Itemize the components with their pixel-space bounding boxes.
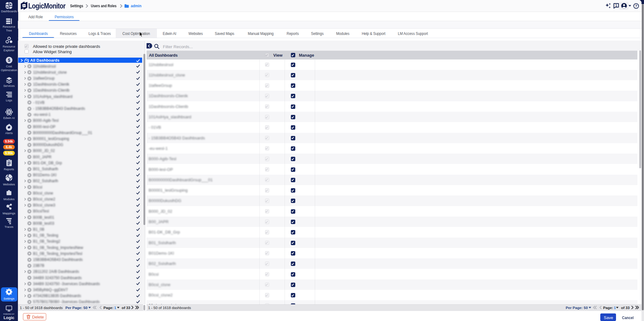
svg-text:1: 1 — [615, 4, 617, 7]
svg-text:$: $ — [8, 58, 10, 63]
svg-text:?: ? — [635, 4, 637, 8]
